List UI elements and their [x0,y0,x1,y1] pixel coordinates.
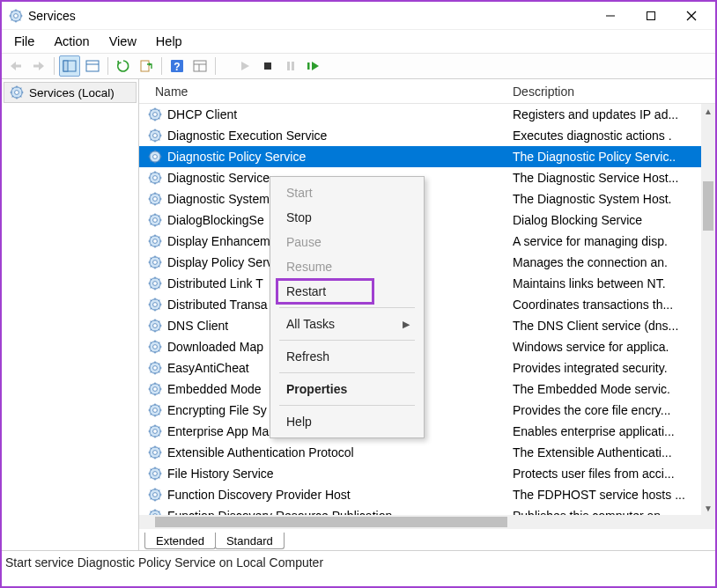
export-button[interactable] [136,55,157,77]
status-text: Start service Diagnostic Policy Service … [5,555,323,570]
ctx-refresh[interactable]: Refresh [270,344,424,369]
close-button[interactable] [671,3,712,29]
ctx-resume: Resume [270,254,424,279]
stop-service-button[interactable] [257,55,278,77]
menu-bar: File Action View Help [2,30,715,53]
service-row[interactable]: Encrypting File SyProvides the core file… [139,400,715,421]
ctx-all-tasks[interactable]: All Tasks▶ [270,312,424,336]
title-bar: Services [2,2,715,30]
column-header-description[interactable]: Description [504,79,715,103]
status-bar: Start service Diagnostic Policy Service … [2,551,715,571]
service-description: The Extensible Authenticati... [504,445,715,459]
service-row[interactable]: Enterprise App Management ServiceEnables… [139,421,715,442]
service-row[interactable]: Function Discovery Resource PublicationP… [139,505,715,515]
service-name: Diagnostic Service [167,171,270,185]
minimize-button[interactable] [590,3,631,29]
svg-rect-17 [63,61,68,71]
service-icon [148,276,162,290]
menu-view[interactable]: View [100,33,145,50]
service-row[interactable]: Function Discovery Provider HostThe FDPH… [139,484,715,505]
service-description: The Diagnostic Service Host... [504,171,715,185]
ctx-properties[interactable]: Properties [270,377,424,401]
service-icon [148,234,162,248]
service-row[interactable]: Display Policy ServManages the connectio… [139,252,715,273]
layout-button[interactable] [189,55,211,77]
services-icon [10,85,24,99]
horizontal-scrollbar[interactable] [139,515,715,529]
start-service-button[interactable] [234,55,255,77]
service-icon [148,382,162,396]
view-tabs: Extended Standard [139,529,715,550]
service-name: Display Policy Serv [167,255,273,269]
forward-button[interactable] [28,55,49,77]
tab-extended[interactable]: Extended [144,533,216,549]
service-description: Publishes this computer an [504,509,715,515]
settings-button[interactable] [82,55,103,77]
tree-root-label: Services (Local) [29,86,115,99]
service-name: Diagnostic Execution Service [167,129,327,143]
service-icon [148,129,162,143]
svg-rect-14 [16,65,21,68]
service-icon [148,424,162,438]
maximize-button[interactable] [631,3,671,29]
service-row[interactable]: File History ServiceProtects user files … [139,463,715,484]
service-row[interactable]: Diagnostic Policy ServiceThe Diagnostic … [139,146,715,167]
service-row[interactable]: Diagnostic ServiceThe Diagnostic Service… [139,167,715,188]
svg-rect-29 [307,62,310,70]
service-row[interactable]: EasyAntiCheatProvides integrated securit… [139,357,715,379]
service-description: Registers and updates IP ad... [504,107,715,121]
menu-file[interactable]: File [5,33,43,50]
tree-pane: Services (Local) [2,79,139,550]
ctx-stop[interactable]: Stop [270,205,424,230]
service-row[interactable]: Diagnostic Execution ServiceExecutes dia… [139,125,715,146]
service-icon [148,403,162,417]
service-name: Downloaded Map [167,340,263,354]
menu-help[interactable]: Help [147,33,191,50]
svg-rect-23 [194,61,206,71]
service-icon [148,319,162,333]
show-hide-tree-button[interactable] [59,55,80,77]
service-icon [148,213,162,227]
service-row[interactable]: DNS ClientThe DNS Client service (dns... [139,315,715,336]
svg-rect-20 [141,61,149,71]
context-menu: Start Stop Pause Resume Restart All Task… [270,176,425,438]
service-description: A service for managing disp. [504,234,715,248]
scroll-down-arrow[interactable]: ▼ [701,501,715,515]
svg-rect-11 [647,11,655,19]
service-row[interactable]: Downloaded MapWindows service for applic… [139,336,715,357]
refresh-button[interactable] [113,55,134,77]
service-row[interactable]: DHCP ClientRegisters and updates IP ad..… [139,104,715,125]
back-button[interactable] [5,55,26,77]
service-row[interactable]: Diagnostic SystemThe Diagnostic System H… [139,188,715,209]
service-description: Executes diagnostic actions . [504,129,715,143]
ctx-separator [279,307,415,308]
ctx-help[interactable]: Help [270,409,424,434]
service-row[interactable]: Display EnhancemA service for managing d… [139,231,715,252]
service-name: Extensible Authentication Protocol [167,445,354,459]
service-row[interactable]: Embedded ModeThe Embedded Mode servic. [139,379,715,400]
service-row[interactable]: DialogBlockingSeDialog Blocking Service [139,209,715,231]
help-button[interactable]: ? [166,55,188,77]
scroll-thumb[interactable] [703,181,713,231]
service-description: The Diagnostic Policy Servic.. [504,150,715,164]
service-description: Coordinates transactions th... [504,298,715,312]
service-row[interactable]: Distributed TransaCoordinates transactio… [139,294,715,315]
service-name: Distributed Link T [167,276,263,290]
service-description: The FDPHOST service hosts ... [504,488,715,502]
column-header-name[interactable]: Name [139,79,504,103]
restart-service-button[interactable] [303,55,324,77]
service-row[interactable]: Distributed Link TMaintains links betwee… [139,273,715,294]
service-name: Encrypting File Sy [167,403,267,417]
menu-action[interactable]: Action [45,33,98,50]
pause-service-button[interactable] [280,55,301,77]
tab-standard[interactable]: Standard [215,533,285,549]
hscroll-thumb[interactable] [155,517,507,527]
ctx-restart[interactable]: Restart [270,279,424,304]
tree-root-services-local[interactable]: Services (Local) [4,82,137,103]
vertical-scrollbar[interactable]: ▲ ▼ [701,104,715,515]
service-icon [148,171,162,185]
service-name: File History Service [167,467,274,481]
service-row[interactable]: Extensible Authentication ProtocolThe Ex… [139,442,715,463]
service-description: The DNS Client service (dns... [504,319,715,333]
scroll-up-arrow[interactable]: ▲ [701,104,715,118]
